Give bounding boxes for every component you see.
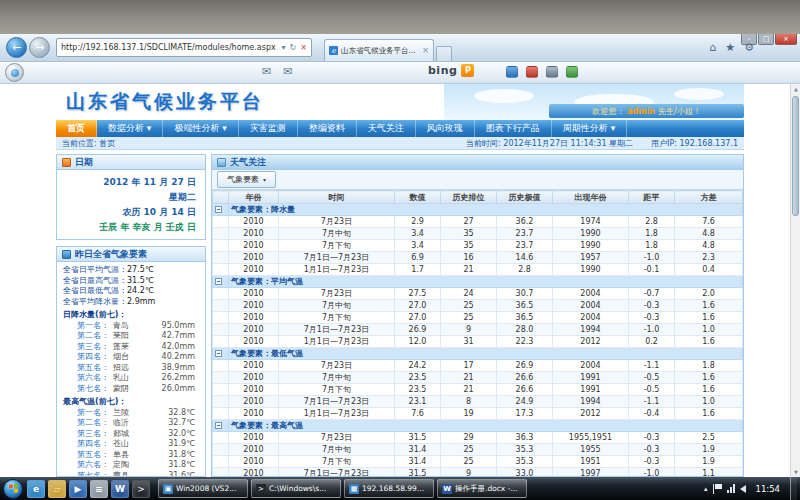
col-7[interactable]: 距平	[629, 191, 675, 204]
taskbar-window-3[interactable]: ▦192.168.58.99...	[344, 479, 434, 498]
nav-item-9[interactable]: 周期性分析 ▾	[552, 120, 627, 137]
cell: 25	[441, 300, 497, 312]
date-line: 2012 年 11 月 27 日	[66, 175, 196, 190]
desktop-wallpaper	[0, 0, 800, 34]
element-selector-button[interactable]: 气象要素 ▾	[217, 171, 276, 188]
col-1[interactable]: 年份	[229, 191, 279, 204]
network-icon[interactable]	[727, 484, 735, 493]
nav-item-8[interactable]: 图表下行产品	[475, 120, 552, 137]
nav-item-1[interactable]: 首页	[56, 120, 97, 137]
hidden-icons-arrow[interactable]: ▴	[704, 485, 708, 493]
station-value: 31.6℃	[168, 471, 199, 477]
toolbar-app3-icon[interactable]	[546, 66, 558, 78]
scroll-up-icon[interactable]: ▲	[791, 84, 800, 94]
nav-item-3[interactable]: 极端性分析 ▾	[163, 120, 238, 137]
cell: 36.2	[497, 216, 553, 228]
vertical-scrollbar[interactable]: ▲ ▼	[790, 84, 800, 477]
group-expand-cell[interactable]	[213, 348, 229, 360]
table-group-row[interactable]: 气象要素：平均气温	[213, 276, 743, 288]
start-button[interactable]	[3, 479, 23, 499]
nav-item-4[interactable]: 灾害监测	[239, 120, 298, 137]
page-header: 山东省气候业务平台 欢迎您： admin 先生/小姐！	[56, 84, 744, 120]
cell: 1990	[553, 264, 629, 276]
cell: 1957	[553, 252, 629, 264]
group-expand-cell[interactable]	[213, 276, 229, 288]
toolbar-app1-icon[interactable]	[506, 66, 518, 78]
favorites-star-icon[interactable]: ★	[725, 41, 735, 54]
cell: -0.3	[629, 456, 675, 468]
console-icon[interactable]: >	[132, 480, 150, 498]
taskbar-window-2[interactable]: >C:\Windows\s...	[251, 479, 341, 498]
nav-item-6[interactable]: 天气关注	[357, 120, 416, 137]
address-bar[interactable]: ▾ ↻ ×	[56, 38, 312, 57]
collapse-icon[interactable]	[215, 206, 222, 213]
group-expand-cell[interactable]	[213, 420, 229, 432]
close-button[interactable]: ×	[775, 34, 797, 45]
weather-panel-header: 昨日全省气象要素	[57, 247, 205, 262]
back-button[interactable]: ←	[6, 37, 27, 58]
collapse-icon[interactable]	[215, 350, 222, 357]
autocomplete-caret-icon[interactable]: ▾	[282, 43, 286, 52]
nav-item-2[interactable]: 数据分析 ▾	[97, 120, 163, 137]
cell: 1997	[553, 468, 629, 477]
word-icon[interactable]: W	[111, 480, 129, 498]
taskbar: e▱▶≡W> ▣Win2008 (VS2...>C:\Windows\s...▦…	[0, 477, 800, 500]
new-tab-button[interactable]	[436, 46, 452, 61]
cell: 2.9	[395, 216, 441, 228]
cell: 23.5	[395, 384, 441, 396]
toolbar-app4-icon[interactable]	[566, 66, 578, 78]
window-title: C:\Windows\s...	[269, 484, 326, 493]
col-5[interactable]: 历史极值	[497, 191, 553, 204]
toolbar-logo-icon[interactable]	[5, 63, 24, 82]
table-group-row[interactable]: 气象要素：最高气温	[213, 420, 743, 432]
collapse-icon[interactable]	[215, 422, 222, 429]
col-2[interactable]: 时间	[279, 191, 395, 204]
nav-item-5[interactable]: 整编资料	[298, 120, 357, 137]
row-expand-cell	[213, 252, 229, 264]
word-icon: W	[442, 484, 452, 494]
table-group-row[interactable]: 气象要素：降水量	[213, 204, 743, 216]
col-4[interactable]: 历史排位	[441, 191, 497, 204]
home-icon[interactable]: ⌂	[709, 41, 716, 54]
taskbar-window-1[interactable]: ▣Win2008 (VS2...	[158, 479, 248, 498]
browser-tab[interactable]: e 山东省气候业务平台... ×	[324, 39, 434, 61]
ie-icon[interactable]: e	[27, 480, 45, 498]
table-body: 气象要素：降水量20107月23日2.92736.219742.87.62010…	[213, 204, 743, 477]
col-6[interactable]: 出现年份	[553, 191, 629, 204]
table-group-row[interactable]: 气象要素：最低气温	[213, 348, 743, 360]
bing-search-icon[interactable]: P	[461, 64, 474, 77]
cell: 9	[441, 324, 497, 336]
show-desktop-button[interactable]	[790, 477, 797, 500]
taskbar-clock[interactable]: 11:54	[751, 484, 786, 494]
cell: 2010	[229, 288, 279, 300]
volume-icon[interactable]	[740, 485, 746, 493]
cell: 2.3	[675, 252, 743, 264]
cell: 36.5	[497, 312, 553, 324]
collapse-icon[interactable]	[215, 278, 222, 285]
stop-icon[interactable]: ×	[300, 43, 307, 52]
cell: 1974	[553, 216, 629, 228]
cloud-graphic	[674, 88, 724, 100]
col-3[interactable]: 数值	[395, 191, 441, 204]
forward-button[interactable]: →	[29, 37, 50, 58]
group-expand-cell[interactable]	[213, 204, 229, 216]
address-input[interactable]	[61, 43, 278, 52]
nav-item-7[interactable]: 风向玫瑰	[416, 120, 475, 137]
scroll-down-icon[interactable]: ▼	[791, 467, 800, 477]
taskbar-window-4[interactable]: W操作手册.docx -...	[437, 479, 527, 498]
toolbar-app2-icon[interactable]	[526, 66, 538, 78]
bing-search[interactable]: bing P	[428, 64, 474, 77]
tab-close-icon[interactable]: ×	[422, 46, 429, 55]
mail2-icon[interactable]: ✉	[283, 65, 292, 78]
media-player-icon[interactable]: ▶	[69, 480, 87, 498]
maximize-button[interactable]: ▢	[758, 34, 774, 45]
notepad-icon[interactable]: ≡	[90, 480, 108, 498]
folder-icon[interactable]: ▱	[48, 480, 66, 498]
rank-item: 第七名：蒙阴26.0mm	[63, 384, 199, 395]
mail-icon[interactable]: ✉	[262, 65, 271, 78]
action-center-flag-icon[interactable]	[713, 484, 722, 494]
minimize-button[interactable]: –	[741, 34, 757, 45]
col-8[interactable]: 方差	[675, 191, 743, 204]
refresh-icon[interactable]: ↻	[290, 43, 297, 52]
scrollbar-thumb[interactable]	[792, 96, 799, 216]
